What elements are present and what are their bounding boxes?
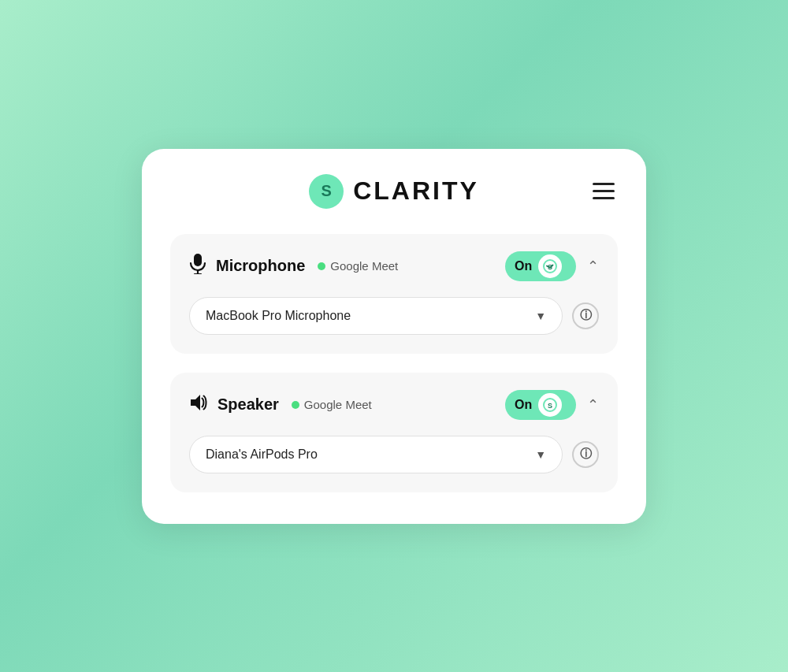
logo-area: S CLARITY <box>309 174 479 209</box>
speaker-toggle[interactable]: On S <box>505 390 576 420</box>
microphone-toggle[interactable]: On S <box>505 251 576 281</box>
speaker-status-dot <box>292 401 299 409</box>
speaker-toggle-knob: S <box>538 393 562 417</box>
speaker-dropdown-row: Diana's AirPods Pro ▼ ⓘ <box>189 436 599 473</box>
header: S CLARITY <box>170 174 618 209</box>
speaker-title: Speaker <box>217 395 279 414</box>
microphone-toggle-text: On <box>515 259 532 273</box>
microphone-dropdown[interactable]: MacBook Pro Microphone ▼ <box>189 297 563 335</box>
svg-text:S: S <box>548 402 552 410</box>
speaker-toggle-container[interactable]: On S <box>505 390 576 420</box>
microphone-toggle-knob: S <box>538 254 562 278</box>
microphone-dropdown-arrow-icon: ▼ <box>535 310 546 322</box>
speaker-dropdown[interactable]: Diana's AirPods Pro ▼ <box>189 436 563 473</box>
microphone-dropdown-row: MacBook Pro Microphone ▼ ⓘ <box>189 297 599 335</box>
microphone-section-header: Microphone Google Meet On S ⌃ <box>189 251 599 281</box>
microphone-icon <box>189 254 206 279</box>
microphone-toggle-container[interactable]: On S <box>505 251 576 281</box>
hamburger-line-3 <box>593 197 615 199</box>
microphone-collapse-button[interactable]: ⌃ <box>587 258 599 275</box>
speaker-info-button[interactable]: ⓘ <box>572 441 599 468</box>
hamburger-menu-button[interactable] <box>589 180 618 202</box>
microphone-status-dot <box>318 262 325 270</box>
svg-rect-0 <box>194 254 202 266</box>
speaker-toggle-text: On <box>515 398 532 412</box>
main-card: S CLARITY Microphone Google Meet <box>142 149 646 524</box>
speaker-icon <box>189 394 208 416</box>
speaker-status-label: Google Meet <box>304 398 372 411</box>
svg-text:S: S <box>548 263 552 271</box>
speaker-dropdown-value: Diana's AirPods Pro <box>206 447 318 462</box>
speaker-section-header: Speaker Google Meet On S ⌃ <box>189 390 599 420</box>
speaker-dropdown-arrow-icon: ▼ <box>535 448 546 461</box>
speaker-section: Speaker Google Meet On S ⌃ Diana's Ai <box>170 373 618 492</box>
logo-letter: S <box>322 182 332 200</box>
microphone-section: Microphone Google Meet On S ⌃ <box>170 234 618 354</box>
app-title: CLARITY <box>353 176 479 206</box>
speaker-collapse-button[interactable]: ⌃ <box>587 396 599 414</box>
svg-marker-5 <box>191 395 200 410</box>
microphone-dropdown-value: MacBook Pro Microphone <box>206 309 351 323</box>
microphone-info-button[interactable]: ⓘ <box>572 303 599 329</box>
info-icon: ⓘ <box>580 447 592 462</box>
microphone-title: Microphone <box>216 257 305 275</box>
hamburger-line-2 <box>593 190 615 192</box>
info-icon: ⓘ <box>580 308 592 323</box>
microphone-status-label: Google Meet <box>330 259 398 273</box>
hamburger-line-1 <box>593 183 615 185</box>
logo-icon: S <box>309 174 344 209</box>
